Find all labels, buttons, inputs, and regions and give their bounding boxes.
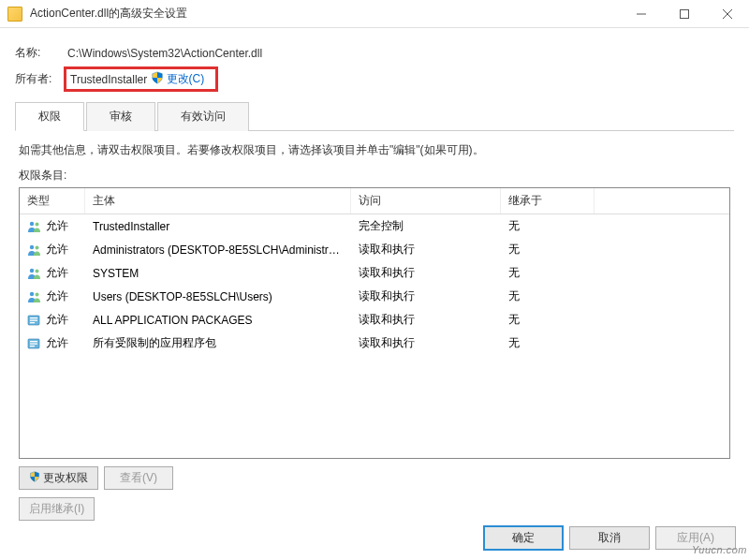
svg-point-9 [36, 269, 39, 273]
maximize-button[interactable] [663, 0, 706, 28]
enable-inheritance-button[interactable]: 启用继承(I) [19, 497, 95, 521]
users-icon [27, 220, 42, 233]
shield-icon [29, 471, 40, 485]
row-inherit: 无 [501, 263, 595, 283]
svg-point-11 [36, 292, 39, 296]
row-type: 允许 [46, 312, 68, 328]
dialog-content: 名称: C:\Windows\System32\ActionCenter.dll… [0, 28, 749, 532]
svg-point-7 [36, 245, 39, 249]
row-principal: SYSTEM [85, 265, 351, 282]
change-perm-label: 更改权限 [43, 470, 88, 486]
cancel-button[interactable]: 取消 [569, 526, 650, 550]
minimize-button[interactable] [620, 0, 663, 28]
svg-point-4 [30, 221, 34, 225]
entries-label: 权限条目: [19, 168, 730, 184]
svg-point-6 [30, 244, 34, 248]
users-icon [27, 290, 42, 303]
row-inherit: 无 [501, 240, 595, 259]
tab-content: 如需其他信息，请双击权限项目。若要修改权限项目，请选择该项目并单击"编辑"(如果… [15, 131, 734, 532]
table-row[interactable]: 允许TrustedInstaller完全控制无 [20, 214, 729, 238]
tab-auditing[interactable]: 审核 [86, 102, 155, 131]
package-icon [27, 337, 42, 350]
table-row[interactable]: 允许Administrators (DESKTOP-8E5SLCH\Admini… [20, 238, 729, 261]
row-principal: Users (DESKTOP-8E5SLCH\Users) [85, 288, 351, 305]
svg-rect-1 [681, 9, 689, 18]
svg-rect-14 [30, 319, 37, 320]
row-access: 读取和执行 [351, 310, 501, 330]
change-link-label: 更改(C) [167, 71, 205, 87]
name-label: 名称: [15, 45, 67, 61]
title-bar: ActionCenter.dll的高级安全设置 [0, 0, 749, 28]
col-type-header[interactable]: 类型 [20, 188, 85, 214]
svg-point-8 [30, 268, 34, 272]
row-access: 读取和执行 [351, 240, 501, 259]
window-title: ActionCenter.dll的高级安全设置 [30, 6, 620, 22]
svg-point-10 [30, 291, 34, 295]
folder-icon [7, 7, 22, 22]
tab-effective-access[interactable]: 有效访问 [157, 102, 249, 131]
owner-row: 所有者: TrustedInstaller 更改(C) [15, 66, 734, 92]
name-row: 名称: C:\Windows\System32\ActionCenter.dll [15, 45, 734, 61]
table-row[interactable]: 允许SYSTEM读取和执行无 [20, 261, 729, 285]
row-inherit: 无 [501, 333, 595, 353]
table-header: 类型 主体 访问 继承于 [20, 188, 729, 214]
tabs: 权限 审核 有效访问 [15, 101, 734, 131]
row-type: 允许 [46, 242, 68, 258]
change-owner-link[interactable]: 更改(C) [151, 71, 205, 87]
package-icon [27, 314, 42, 327]
view-button[interactable]: 查看(V) [104, 466, 173, 490]
action-buttons-row: 更改权限 查看(V) [19, 466, 730, 490]
svg-rect-19 [30, 346, 35, 346]
table-row[interactable]: 允许Users (DESKTOP-8E5SLCH\Users)读取和执行无 [20, 285, 729, 308]
row-principal: TrustedInstaller [85, 218, 351, 235]
row-principal: 所有受限制的应用程序包 [85, 333, 351, 353]
row-access: 完全控制 [351, 216, 501, 236]
row-type: 允许 [46, 335, 68, 351]
table-row[interactable]: 允许ALL APPLICATION PACKAGES读取和执行无 [20, 308, 729, 332]
row-inherit: 无 [501, 216, 595, 236]
row-access: 读取和执行 [351, 287, 501, 306]
owner-label: 所有者: [15, 71, 67, 87]
col-inherit-header[interactable]: 继承于 [501, 188, 595, 214]
tab-permissions[interactable]: 权限 [15, 102, 84, 131]
users-icon [27, 243, 42, 257]
help-text: 如需其他信息，请双击权限项目。若要修改权限项目，请选择该项目并单击"编辑"(如果… [19, 142, 730, 158]
table-body: 允许TrustedInstaller完全控制无允许Administrators … [20, 214, 729, 355]
owner-name: TrustedInstaller [70, 73, 147, 86]
table-row[interactable]: 允许所有受限制的应用程序包读取和执行无 [20, 332, 729, 355]
row-access: 读取和执行 [351, 263, 501, 283]
watermark: Yuucn.com [692, 544, 747, 555]
svg-rect-17 [30, 341, 37, 342]
inherit-row: 启用继承(I) [19, 497, 730, 521]
row-principal: ALL APPLICATION PACKAGES [85, 312, 351, 329]
row-principal: Administrators (DESKTOP-8E5SLCH\Administ… [85, 242, 351, 258]
col-principal-header[interactable]: 主体 [85, 188, 351, 214]
close-button[interactable] [706, 0, 749, 28]
svg-rect-15 [30, 322, 35, 323]
svg-rect-18 [30, 343, 37, 344]
name-value: C:\Windows\System32\ActionCenter.dll [67, 47, 262, 60]
permissions-table: 类型 主体 访问 继承于 允许TrustedInstaller完全控制无允许Ad… [19, 187, 730, 459]
row-inherit: 无 [501, 310, 595, 330]
row-type: 允许 [46, 288, 68, 304]
ok-button[interactable]: 确定 [483, 525, 564, 551]
svg-rect-13 [30, 317, 37, 318]
svg-point-5 [36, 222, 39, 226]
row-type: 允许 [46, 218, 68, 234]
row-type: 允许 [46, 265, 68, 281]
users-icon [27, 267, 42, 280]
owner-value: TrustedInstaller 更改(C) [67, 66, 218, 92]
row-inherit: 无 [501, 287, 595, 306]
titlebar-buttons [620, 0, 749, 28]
row-access: 读取和执行 [351, 333, 501, 353]
shield-icon [151, 71, 164, 87]
change-permissions-button[interactable]: 更改权限 [19, 466, 98, 490]
owner-highlight: TrustedInstaller 更改(C) [64, 66, 218, 92]
col-access-header[interactable]: 访问 [351, 188, 501, 214]
